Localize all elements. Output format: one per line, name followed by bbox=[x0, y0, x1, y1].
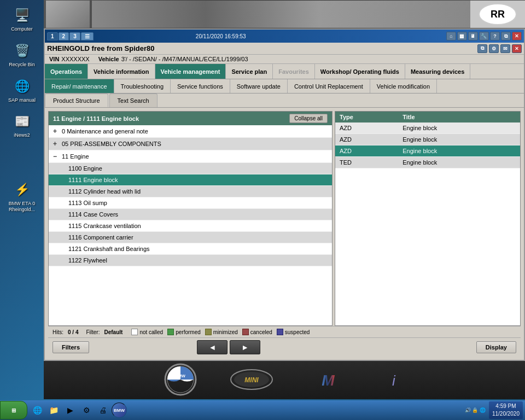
taskbar-printer[interactable]: 🖨 bbox=[95, 402, 110, 418]
nav-service-plan[interactable]: Service plan bbox=[226, 64, 273, 79]
tree-item-e1115[interactable]: 1115 Crankcase ventilation bbox=[49, 220, 332, 232]
left-tree-panel: 11 Engine / 1111 Engine block Collapse a… bbox=[48, 111, 332, 326]
bottom-bar: Filters ◄ ► Display bbox=[48, 337, 521, 357]
computer-icon[interactable]: 🖥️ Computer bbox=[5, 5, 38, 32]
content-area: 11 Engine / 1111 Engine block Collapse a… bbox=[45, 108, 524, 360]
tree-item-e1112[interactable]: 1112 Cylinder head with lid bbox=[49, 186, 332, 197]
nav-vehicle-mgmt[interactable]: Vehicle management bbox=[155, 64, 226, 79]
legend-not-called: not called bbox=[131, 329, 163, 335]
app-title: RHEINGOLD free from Spider80 bbox=[47, 44, 155, 52]
clock-time: 4:59 PM bbox=[492, 402, 520, 410]
window-icon[interactable]: ⧉ bbox=[501, 32, 511, 40]
recycle-bin-icon[interactable]: 🗑️ Recycle Bin bbox=[5, 41, 38, 68]
title-tabs: 1 2 3 ☰ bbox=[47, 32, 94, 40]
taskbar-ie[interactable]: 🌐 bbox=[30, 402, 45, 418]
start-button[interactable]: ⊞ bbox=[0, 401, 27, 419]
subnav-service-functions[interactable]: Service functions bbox=[171, 79, 230, 93]
torrent-icon[interactable]: ⚡ BMW ETA 0 Rheingold... bbox=[5, 180, 38, 213]
title-tab-1[interactable]: 1 bbox=[47, 32, 58, 40]
result-title-0: Engine block bbox=[398, 122, 520, 134]
display-button[interactable]: Display bbox=[476, 341, 516, 353]
home-icon[interactable]: ⌂ bbox=[446, 32, 456, 40]
nav-vehicle-info[interactable]: Vehicle information bbox=[88, 64, 155, 79]
tree-item-label-e1111: 1111 Engine block bbox=[68, 177, 118, 183]
tree-item-e1100[interactable]: 1100 Engine bbox=[49, 163, 332, 174]
tree-content[interactable]: +0 Maintenance and general note+05 PRE-A… bbox=[49, 125, 332, 325]
tree-item-icon-preassembly: + bbox=[53, 140, 60, 148]
clock-area: 4:59 PM 11/20/2020 bbox=[489, 401, 523, 419]
title-tab-list[interactable]: ☰ bbox=[81, 32, 94, 40]
chrome-icon[interactable]: 🌐 SAP manual bbox=[5, 77, 38, 103]
inews-icon[interactable]: 📰 iNews2 bbox=[5, 112, 38, 138]
main-window: 1 2 3 ☰ 20/11/2020 16:59:53 ⌂ ▦ 🖥 🔧 ? ⧉ … bbox=[44, 28, 525, 361]
second-icon-2[interactable]: ⚙ bbox=[489, 44, 499, 53]
nav-workshop-fluids[interactable]: Workshop/ Operating fluids bbox=[315, 64, 405, 79]
title-tab-2[interactable]: 2 bbox=[59, 32, 69, 40]
filters-button[interactable]: Filters bbox=[52, 341, 89, 353]
m-logo: M bbox=[306, 370, 350, 390]
tree-item-e1114[interactable]: 1114 Case Covers bbox=[49, 209, 332, 220]
close-icon[interactable]: ✕ bbox=[512, 32, 522, 40]
nav-favourites: Favourites bbox=[273, 64, 315, 79]
svg-text:M: M bbox=[322, 372, 335, 389]
help-icon[interactable]: ? bbox=[490, 32, 500, 40]
nav-measuring-devices[interactable]: Measuring devices bbox=[405, 64, 470, 79]
nav-operations[interactable]: Operations bbox=[45, 64, 88, 79]
taskbar-bmw[interactable]: BMW bbox=[112, 402, 127, 418]
second-close-icon[interactable]: ✕ bbox=[512, 44, 522, 53]
collapse-all-button[interactable]: Collapse all bbox=[289, 114, 328, 123]
title-tab-3[interactable]: 3 bbox=[69, 32, 80, 40]
desktop-icons-container: 🖥️ Computer 🗑️ Recycle Bin 🌐 SAP manual … bbox=[5, 5, 38, 213]
tab-row: Product Structure Text Search bbox=[45, 94, 524, 108]
subnav-vehicle-modification[interactable]: Vehicle modification bbox=[370, 79, 437, 93]
tree-item-e1122[interactable]: 1122 Flywheel bbox=[49, 255, 332, 266]
next-button[interactable]: ► bbox=[230, 340, 260, 354]
prev-button[interactable]: ◄ bbox=[197, 340, 228, 354]
tab-text-search[interactable]: Text Search bbox=[109, 94, 158, 107]
tree-item-label-engine: 11 Engine bbox=[62, 153, 89, 160]
subnav-software-update[interactable]: Software update bbox=[230, 79, 288, 93]
wrench-icon[interactable]: 🔧 bbox=[479, 32, 489, 40]
subnav-troubleshooting[interactable]: Troubleshooting bbox=[114, 79, 171, 93]
taskbar-settings[interactable]: ⚙ bbox=[79, 402, 94, 418]
filter-value: Default bbox=[104, 329, 122, 335]
result-type-0: AZD bbox=[335, 122, 398, 134]
taskbar-media[interactable]: ▶ bbox=[62, 402, 78, 418]
tree-item-label-e1115: 1115 Crankcase ventilation bbox=[68, 223, 141, 229]
i-logo: i bbox=[383, 370, 405, 390]
subnav-control-unit[interactable]: Control Unit Replacement bbox=[288, 79, 370, 93]
tree-item-e1116[interactable]: 1116 Component carrier bbox=[49, 232, 332, 243]
tree-item-preassembly[interactable]: +05 PRE-ASSEMBLY COMPONENTS bbox=[49, 138, 332, 150]
grid-icon[interactable]: ▦ bbox=[457, 32, 467, 40]
svg-text:BMW: BMW bbox=[176, 374, 185, 378]
subnav-repair[interactable]: Repair/ maintenance bbox=[45, 79, 114, 93]
svg-text:i: i bbox=[392, 372, 396, 389]
bmw-logo: BMW bbox=[164, 363, 197, 397]
result-row-2[interactable]: AZDEngine block bbox=[335, 145, 520, 157]
result-row-3[interactable]: TEDEngine block bbox=[335, 157, 520, 168]
filter-label: Filter: bbox=[86, 329, 100, 335]
result-title-2: Engine block bbox=[398, 145, 520, 157]
vin-bar: VIN XXXXXXX Vehicle 3'/ - /SEDAN/ - /M47… bbox=[45, 55, 524, 64]
desktop: RR 🖥️ Computer 🗑️ Recycle Bin 🌐 SAP manu… bbox=[0, 0, 525, 420]
tab-product-structure[interactable]: Product Structure bbox=[45, 94, 108, 107]
hits-label: Hits: bbox=[52, 329, 63, 335]
vin-value: XXXXXXX bbox=[61, 56, 89, 62]
tree-item-engine[interactable]: −11 Engine bbox=[49, 150, 332, 163]
monitor-icon[interactable]: 🖥 bbox=[468, 32, 478, 40]
result-row-1[interactable]: AZDEngine block bbox=[335, 134, 520, 145]
tree-item-e1121[interactable]: 1121 Crankshaft and Bearings bbox=[49, 243, 332, 255]
tree-item-label-e1121: 1121 Crankshaft and Bearings bbox=[68, 246, 150, 252]
tree-item-e1111[interactable]: 1111 Engine block bbox=[49, 174, 332, 186]
second-icon-1[interactable]: ⧉ bbox=[477, 44, 487, 53]
mini-logo: MINI bbox=[230, 369, 273, 392]
result-title-3: Engine block bbox=[398, 157, 520, 168]
taskbar-folder[interactable]: 📁 bbox=[46, 402, 61, 418]
tree-item-e1113[interactable]: 1113 Oil sump bbox=[49, 197, 332, 209]
taskbar-right: 🔊 🔒 🌐 4:59 PM 11/20/2020 bbox=[465, 401, 525, 419]
hits-value: 0 / 4 bbox=[68, 329, 78, 335]
tree-item-maint[interactable]: +0 Maintenance and general note bbox=[49, 125, 332, 138]
tree-header: 11 Engine / 1111 Engine block Collapse a… bbox=[49, 112, 332, 125]
result-row-0[interactable]: AZDEngine block bbox=[335, 122, 520, 134]
second-icon-3[interactable]: ✉ bbox=[500, 44, 510, 53]
